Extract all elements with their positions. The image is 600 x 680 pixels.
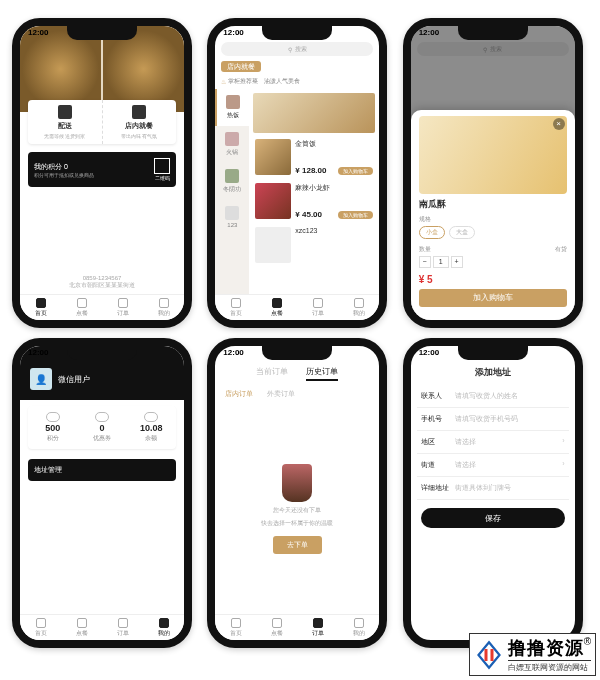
add-cart-button[interactable]: 加入购物车	[338, 211, 373, 219]
svg-rect-0	[484, 649, 487, 661]
store-address: 北京市朝阳区某某某街道	[24, 281, 180, 290]
tab-tickets[interactable]: 订单	[117, 618, 129, 638]
qr-icon	[154, 158, 170, 174]
tab-order[interactable]: 点餐	[76, 618, 88, 638]
tab-tickets[interactable]: 订单	[117, 298, 129, 318]
user-name: 微信用户	[58, 374, 90, 385]
tab-home[interactable]: 首页	[230, 618, 242, 638]
stat-points[interactable]: 500积分	[28, 412, 77, 443]
order-icon	[77, 618, 87, 628]
dinein-tab[interactable]: 店内就餐	[221, 61, 261, 72]
cloud-icon	[144, 412, 158, 422]
subtab-recommend[interactable]: ♨掌柜推荐菜	[221, 77, 258, 86]
stock-label: 有货	[555, 245, 567, 254]
status-time: 12:00	[223, 28, 243, 37]
cat-3[interactable]: 123	[215, 200, 249, 234]
dinein-title: 店内就餐	[125, 121, 153, 131]
save-button[interactable]: 保存	[421, 508, 565, 528]
tab-order[interactable]: 点餐	[271, 618, 283, 638]
field-detail[interactable]: 详细地址街道具体到门牌号	[417, 477, 569, 500]
tab-home[interactable]: 首页	[35, 618, 47, 638]
stat-coupons[interactable]: 0优惠券	[77, 412, 126, 443]
tab-me[interactable]: 我的	[353, 298, 365, 318]
tab-history[interactable]: 历史订单	[306, 366, 338, 381]
tab-home[interactable]: 首页	[35, 298, 47, 318]
spec-option-small[interactable]: 小盒	[419, 226, 445, 239]
home-icon	[36, 298, 46, 308]
tab-me[interactable]: 我的	[158, 298, 170, 318]
product-image: ×	[419, 116, 567, 194]
go-order-button[interactable]: 去下单	[273, 536, 322, 554]
tab-me[interactable]: 我的	[158, 618, 170, 638]
close-icon[interactable]: ×	[553, 118, 565, 130]
delivery-option[interactable]: 配送 无需等候 送货到家	[28, 100, 103, 144]
tab-me[interactable]: 我的	[353, 618, 365, 638]
cat-thumb	[225, 132, 239, 146]
tab-home[interactable]: 首页	[230, 298, 242, 318]
home-icon	[231, 618, 241, 628]
notch	[67, 346, 137, 360]
phone-profile: 12:00 👤 微信用户 500积分 0优惠券 10.08余额 地址管理 首页 …	[12, 338, 192, 648]
notch	[262, 26, 332, 40]
notch	[262, 346, 332, 360]
add-cart-button[interactable]: 加入购物车	[338, 167, 373, 175]
home-icon	[231, 298, 241, 308]
cloud-icon	[46, 412, 60, 422]
qty-plus[interactable]: +	[451, 256, 463, 268]
food-item[interactable]: xzc123	[249, 223, 379, 267]
stat-balance[interactable]: 10.08余额	[127, 412, 176, 443]
points-title: 我的积分 0	[34, 162, 94, 172]
search-input[interactable]: ⚲搜索	[221, 42, 373, 56]
tab-order[interactable]: 点餐	[76, 298, 88, 318]
empty-text-2: 快去选择一杯属于你的温暖	[261, 519, 333, 528]
service-card: 配送 无需等候 送货到家 店内就餐 带出内味 有气氛	[28, 100, 176, 144]
dinein-option[interactable]: 店内就餐 带出内味 有气氛	[103, 100, 177, 144]
tab-tickets[interactable]: 订单	[312, 298, 324, 318]
subtab-popular[interactable]: 油泼人气美食	[264, 77, 300, 86]
me-icon	[354, 618, 364, 628]
tickets-icon	[313, 298, 323, 308]
cat-0[interactable]: 热饭	[215, 89, 249, 126]
subtab-dinein[interactable]: 店内订单	[225, 389, 253, 399]
field-phone[interactable]: 手机号请填写收货手机号码	[417, 408, 569, 431]
spec-label: 规格	[419, 215, 567, 224]
tab-current[interactable]: 当前订单	[256, 366, 288, 381]
field-street[interactable]: 街道请选择›	[417, 454, 569, 477]
food-image	[255, 183, 291, 219]
cat-1[interactable]: 火锅	[215, 126, 249, 163]
subtab-delivery[interactable]: 外卖订单	[267, 389, 295, 399]
food-name: 麻辣小龙虾	[295, 183, 373, 193]
qty-label: 数量	[419, 245, 431, 254]
food-item[interactable]: 金筒饭 ¥ 128.00加入购物车	[249, 135, 379, 179]
cat-2[interactable]: 冬阴功	[215, 163, 249, 200]
avatar[interactable]: 👤	[30, 368, 52, 390]
spec-option-large[interactable]: 大盒	[449, 226, 475, 239]
delivery-sub: 无需等候 送货到家	[44, 133, 85, 139]
notch	[458, 26, 528, 40]
order-icon	[272, 298, 282, 308]
watermark-logo-icon	[474, 640, 504, 670]
qty-minus[interactable]: −	[419, 256, 431, 268]
qr-label: 二维码	[154, 175, 170, 181]
tabbar: 首页 点餐 订单 我的	[215, 294, 379, 320]
add-to-cart-button[interactable]: 加入购物车	[419, 289, 567, 307]
food-list: 金筒饭 ¥ 128.00加入购物车 麻辣小龙虾 ¥ 45.00加入购物车 xzc…	[249, 89, 379, 294]
search-icon: ⚲	[288, 46, 292, 53]
phone-home: 12:00 配送 无需等候 送货到家 店内就餐 带出内味 有气氛 我的积分 0 …	[12, 18, 192, 328]
cat-thumb	[225, 206, 239, 220]
watermark: 撸撸资源® 白嫖互联网资源的网站	[469, 633, 596, 676]
phone-menu: 12:00 ⚲搜索 店内就餐 ♨掌柜推荐菜 油泼人气美食 热饭 火锅 冬阴功 1…	[207, 18, 387, 328]
points-card[interactable]: 我的积分 0 积分可用于抵扣或兑换商品 二维码	[28, 152, 176, 187]
address-manage[interactable]: 地址管理	[28, 459, 176, 481]
field-region[interactable]: 地区请选择›	[417, 431, 569, 454]
food-name: 金筒饭	[295, 139, 373, 149]
tickets-icon	[118, 298, 128, 308]
cat-thumb	[225, 169, 239, 183]
food-item[interactable]: 麻辣小龙虾 ¥ 45.00加入购物车	[249, 179, 379, 223]
field-contact[interactable]: 联系人请填写收货人的姓名	[417, 385, 569, 408]
dinein-sub: 带出内味 有气氛	[121, 133, 157, 139]
cat-thumb	[226, 95, 240, 109]
stats-card: 500积分 0优惠券 10.08余额	[28, 406, 176, 449]
tab-order[interactable]: 点餐	[271, 298, 283, 318]
tab-tickets[interactable]: 订单	[312, 618, 324, 638]
